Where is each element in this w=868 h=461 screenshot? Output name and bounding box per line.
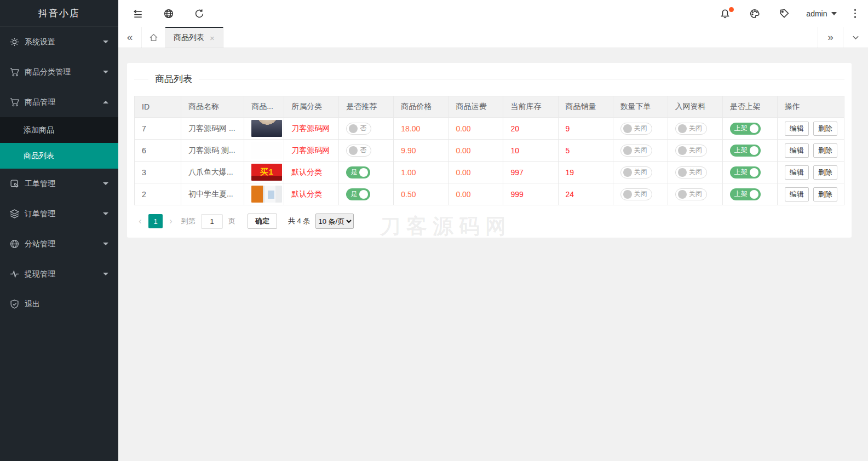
- delete-button[interactable]: 删除: [813, 122, 837, 136]
- cell-quantity-order: 关闭: [613, 162, 668, 183]
- cell-recommend: 否: [339, 140, 394, 162]
- tag-icon[interactable]: [779, 8, 790, 19]
- next-page-icon[interactable]: ›: [165, 216, 177, 226]
- edit-button[interactable]: 编辑: [785, 165, 809, 180]
- globe-icon[interactable]: [163, 8, 174, 19]
- tabs-dropdown-icon[interactable]: [843, 27, 868, 48]
- more-menu-icon[interactable]: [852, 7, 859, 20]
- column-header: 当前库存: [503, 96, 558, 118]
- chevron-down-icon: [103, 212, 108, 215]
- delete-button[interactable]: 删除: [813, 165, 837, 180]
- switch-label: 否: [358, 124, 369, 133]
- sidebar-item-product-list[interactable]: 商品列表: [0, 143, 118, 169]
- sidebar-item-logout[interactable]: 退出: [0, 289, 118, 319]
- content-area: 商品列表 ID商品名称商品...所属分类是否推荐商品价格商品运费当前库存商品销量…: [118, 48, 868, 461]
- user-menu[interactable]: admin: [806, 9, 836, 18]
- pulse-icon: [10, 269, 19, 279]
- home-tab[interactable]: [141, 27, 165, 48]
- cell-recommend: 是: [339, 162, 394, 183]
- edit-button[interactable]: 编辑: [785, 187, 809, 201]
- quantity-order-toggle[interactable]: 关闭: [620, 123, 652, 135]
- network-info-toggle[interactable]: 关闭: [675, 188, 707, 200]
- switch-knob: [678, 168, 687, 177]
- cell-stock: 999: [503, 183, 558, 205]
- notification-bell-icon[interactable]: [720, 8, 731, 19]
- cell-on-sale: 上架: [722, 183, 777, 205]
- cell-recommend: 否: [339, 118, 394, 140]
- cart-icon: [10, 97, 19, 107]
- recommend-toggle[interactable]: 是: [346, 188, 370, 200]
- product-management-submenu: 添加商品 商品列表: [0, 117, 118, 169]
- edit-button[interactable]: 编辑: [785, 122, 809, 136]
- current-page-button[interactable]: 1: [148, 214, 163, 228]
- quantity-order-toggle[interactable]: 关闭: [620, 188, 652, 200]
- quantity-order-toggle[interactable]: 关闭: [620, 166, 652, 178]
- cell-product-name: 八爪鱼大爆...: [181, 162, 244, 183]
- cell-price: 1.00: [394, 162, 449, 183]
- tabs-scroll-left-icon[interactable]: «: [118, 27, 141, 48]
- cell-product-image: 买1: [244, 162, 284, 183]
- switch-label: 否: [358, 146, 369, 155]
- gear-icon: [10, 37, 19, 47]
- network-info-toggle[interactable]: 关闭: [675, 166, 707, 178]
- delete-button[interactable]: 删除: [813, 187, 837, 201]
- switch-knob: [678, 190, 687, 199]
- delete-button[interactable]: 删除: [813, 143, 837, 158]
- sidebar-item-system-settings[interactable]: 系统设置: [0, 27, 118, 57]
- edit-button[interactable]: 编辑: [785, 143, 809, 158]
- sidebar-item-work-orders[interactable]: 工单管理: [0, 169, 118, 199]
- on-sale-toggle[interactable]: 上架: [730, 123, 761, 135]
- on-sale-toggle[interactable]: 上架: [730, 145, 761, 157]
- recommend-toggle[interactable]: 否: [346, 123, 371, 135]
- sidebar-item-withdrawal-management[interactable]: 提现管理: [0, 259, 118, 289]
- prev-page-icon[interactable]: ‹: [134, 216, 146, 226]
- main-area: admin « 商品列表 × » 商品列表: [118, 0, 868, 461]
- close-icon[interactable]: ×: [210, 33, 215, 43]
- sidebar-item-substation-management[interactable]: 分站管理: [0, 229, 118, 259]
- cell-category: 刀客源码网: [284, 140, 339, 162]
- collapse-sidebar-icon[interactable]: [133, 8, 143, 19]
- cell-category: 刀客源码网: [284, 118, 339, 140]
- sidebar-item-add-product[interactable]: 添加商品: [0, 117, 118, 143]
- column-header: 是否上架: [722, 96, 777, 118]
- panel-legend: 商品列表: [134, 73, 844, 85]
- on-sale-toggle[interactable]: 上架: [730, 188, 761, 200]
- sidebar-item-category-management[interactable]: 商品分类管理: [0, 57, 118, 87]
- sidebar-item-label: 添加商品: [24, 125, 54, 135]
- cell-sales: 9: [558, 118, 613, 140]
- switch-label: 关闭: [687, 168, 704, 177]
- cell-stock: 20: [503, 118, 558, 140]
- tab-strip: « 商品列表 × »: [118, 27, 868, 48]
- cell-price: 9.90: [394, 140, 449, 162]
- switch-label: 上架: [732, 124, 750, 133]
- switch-knob: [678, 124, 687, 133]
- sidebar-item-order-management[interactable]: 订单管理: [0, 199, 118, 229]
- page-number-input[interactable]: [201, 214, 223, 229]
- chevron-down-icon: [103, 41, 108, 43]
- cell-network-info: 关闭: [668, 140, 722, 162]
- switch-knob: [750, 190, 758, 199]
- network-info-toggle[interactable]: 关闭: [675, 123, 707, 135]
- cell-sales: 5: [558, 140, 613, 162]
- switch-label: 上架: [732, 168, 750, 177]
- recommend-toggle[interactable]: 否: [346, 145, 371, 157]
- recommend-toggle[interactable]: 是: [346, 166, 370, 178]
- sidebar: 抖音小店 系统设置 商品分类管理 商品管理 添加商品 商品列表 工单管理 订单管…: [0, 0, 118, 461]
- column-header: 入网资料: [668, 96, 722, 118]
- theme-palette-icon[interactable]: [749, 8, 760, 19]
- pagination: ‹ 1 › 到第 页 确定 共 4 条 10 条/页: [134, 214, 844, 229]
- tabs-scroll-right-icon[interactable]: »: [818, 27, 843, 48]
- page-size-select[interactable]: 10 条/页: [315, 214, 354, 229]
- tab-product-list[interactable]: 商品列表 ×: [165, 27, 223, 48]
- on-sale-toggle[interactable]: 上架: [730, 166, 761, 178]
- total-count-label: 共 4 条: [288, 216, 310, 226]
- column-header: 商品运费: [449, 96, 503, 118]
- chevron-down-icon: [103, 243, 108, 245]
- quantity-order-toggle[interactable]: 关闭: [620, 145, 652, 157]
- network-info-toggle[interactable]: 关闭: [675, 145, 707, 157]
- switch-knob: [678, 146, 687, 155]
- refresh-icon[interactable]: [194, 8, 205, 19]
- sidebar-item-product-management[interactable]: 商品管理: [0, 87, 118, 117]
- switch-label: 上架: [732, 146, 750, 155]
- confirm-page-button[interactable]: 确定: [248, 214, 277, 229]
